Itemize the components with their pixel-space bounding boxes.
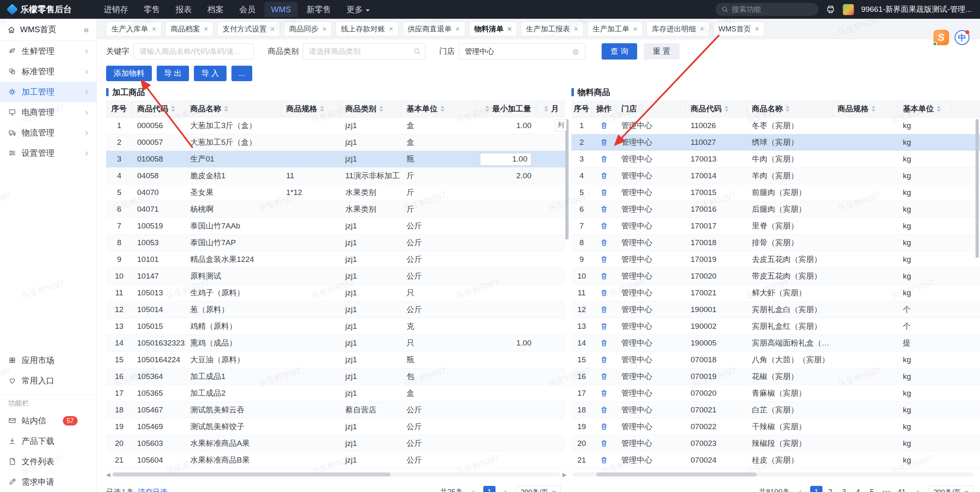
sort-icon[interactable] [786,106,790,112]
reset-button[interactable]: 重 置 [644,43,679,60]
table-row[interactable]: 1000056大葱加工3斤（盒）jzj1盒1.00 [106,117,565,134]
sort-icon[interactable] [379,106,383,112]
delete-button[interactable] [600,439,608,448]
sidebar-module-5[interactable]: 物流管理› [0,122,96,143]
sort-icon[interactable] [937,106,941,112]
tab-close-icon[interactable]: × [389,24,393,33]
table-row[interactable]: 604071杨桃啊水果类别斤 [106,201,565,218]
column-header-name[interactable]: 商品名称 [185,100,281,117]
delete-button[interactable] [600,205,608,213]
table-row[interactable]: 7100519泰国山竹7AAbjzj1公斤 [106,218,565,235]
tab-close-icon[interactable]: × [633,24,638,33]
table-row[interactable]: 18105467测试凯美鲜云吞蔡自营店公斤 [106,402,565,419]
sort-icon[interactable] [440,106,444,112]
delete-button[interactable] [600,406,608,414]
search-icon[interactable] [413,47,421,55]
language-toggle[interactable]: 中 [955,30,969,45]
column-header-min[interactable]: 最小加工量 [475,100,536,117]
delete-button[interactable] [600,389,608,397]
table-row[interactable]: 3010058生产01jzj1瓶1.00 [106,151,565,168]
scrollbar-thumb[interactable] [596,472,757,476]
page-button[interactable]: 2 [824,486,836,492]
table-row[interactable]: 2000057大葱加工5斤（盒）jzj1盒 [106,134,565,151]
nav-item-3[interactable]: 报表 [169,1,198,18]
table-row[interactable]: 810053泰国山竹7APjzj1公斤 [106,235,565,251]
sidebar-module-1[interactable]: 生鲜管理› [0,41,96,61]
table-row[interactable]: 16105364加工成品1jzj1包 [106,368,565,385]
tab-close-icon[interactable]: × [152,24,156,33]
sort-icon[interactable] [724,106,729,112]
sidebar-tool-4[interactable]: 需求申请 [0,472,96,492]
table-row[interactable]: 20105603水果标准商品A果jzj1公斤 [106,435,565,452]
prev-page-button[interactable]: ‹ [794,486,806,492]
next-page-button[interactable]: › [912,486,924,492]
table-row[interactable]: 16管理中心070019花椒（宾朋）kg [571,368,980,385]
delete-button[interactable] [600,423,608,431]
table-row[interactable]: 21管理中心070024桂皮（宾朋）kg [571,452,980,469]
add-material-button[interactable]: 添加物料 [106,66,152,81]
sidebar-module-2[interactable]: 标准管理› [0,61,96,82]
delete-button[interactable] [600,339,608,347]
sidebar-module-6[interactable]: 设置管理› [0,143,96,163]
sidebar-shortcut-1[interactable]: 应用市场 [0,350,96,370]
table-row[interactable]: 13105015鸡精（原料）jzj1克 [106,318,565,335]
table-row[interactable]: 12管理中心190001宾朋礼盒白（宾朋）个 [571,301,980,318]
table-row[interactable]: 9管理中心170019去皮五花肉（宾朋）kg [571,251,980,268]
delete-button[interactable] [600,372,608,381]
delete-button[interactable] [600,456,608,464]
table-row[interactable]: 17105365加工成品2jzj1盒 [106,385,565,402]
table-row[interactable]: 11管理中心170021鲜大虾（宾朋）kg [571,285,980,301]
column-header-category[interactable]: 商品类别 [340,100,402,117]
delete-button[interactable] [600,155,608,163]
nav-item-4[interactable]: 档案 [201,1,230,18]
table-row[interactable]: 13管理中心190002宾朋礼盒红（宾朋）个 [571,318,980,335]
tab-1[interactable]: 生产入库单× [106,22,162,36]
sidebar-module-4[interactable]: 电商管理› [0,102,96,122]
left-vertical-scrollbar[interactable] [565,119,569,239]
column-header-spec[interactable]: 商品规格 [281,100,340,117]
category-input[interactable] [303,43,425,60]
table-row[interactable]: 20管理中心070023辣椒段（宾朋）kg [571,435,980,452]
tab-close-icon[interactable]: × [270,24,275,33]
tab-8[interactable]: 生产加工报表× [521,22,584,36]
prev-page-button[interactable]: ‹ [467,486,479,492]
delete-button[interactable] [600,222,608,230]
sort-icon[interactable] [871,106,876,112]
nav-item-1[interactable]: 进销存 [97,1,135,18]
tab-close-icon[interactable]: × [755,24,759,33]
table-row[interactable]: 404058脆皮金桔11111演示非标加工斤2.00 [106,168,565,184]
column-header-unit[interactable]: 基本单位 [402,100,475,117]
nav-item-5[interactable]: 会员 [233,1,262,18]
table-row[interactable]: 12105014葱（原料）jzj1公斤 [106,301,565,318]
column-header-spec[interactable]: 商品规格 [833,100,898,117]
tab-close-icon[interactable]: × [204,24,208,33]
clear-selection-link[interactable]: 清空已选 [138,487,167,492]
page-size-select[interactable]: 200条/页 [516,485,561,492]
table-row[interactable]: 21105604水果标准商品B果jzj1公斤 [106,452,565,469]
table-row[interactable]: 1010147原料测试jzj1公斤 [106,268,565,285]
page-button[interactable]: 5 [866,486,878,492]
table-row[interactable]: 18管理中心070021白芷（宾朋）kg [571,402,980,419]
column-header-store[interactable]: 门店 [616,100,686,117]
nav-item-8[interactable]: 更多 [340,1,376,18]
sidebar-module-3[interactable]: 加工管理› [0,82,96,102]
page-button[interactable]: 1 [810,486,822,492]
tab-7[interactable]: 物料清单× [469,22,517,36]
query-button[interactable]: 查 询 [602,43,637,60]
delete-button[interactable] [600,122,608,130]
table-row[interactable]: 151050164224大豆油（原料）jzj1瓶 [106,352,565,368]
table-row[interactable]: 8管理中心170018排骨（宾朋）kg [571,235,980,251]
delete-button[interactable] [600,255,608,264]
min-quantity-input[interactable]: 1.00 [480,153,531,166]
tab-9[interactable]: 生产加工单× [587,22,643,36]
table-row[interactable]: 7管理中心170017里脊（宾朋）kg [571,218,980,235]
delete-button[interactable] [600,188,608,197]
column-header-no[interactable]: 序号 [106,100,132,117]
sort-icon[interactable] [224,106,228,112]
delete-button[interactable] [600,356,608,364]
account-name[interactable]: 99661-新界面果蔬版测试-管理... [861,4,972,15]
table-row[interactable]: 504070圣女果1*12水果类别斤 [106,184,565,201]
table-row[interactable]: 6管理中心170016后腿肉（宾朋）kg [571,201,980,218]
global-search-input[interactable]: 搜索功能 [716,3,818,16]
table-row[interactable]: 17管理中心070020青麻椒（宾朋）kg [571,385,980,402]
